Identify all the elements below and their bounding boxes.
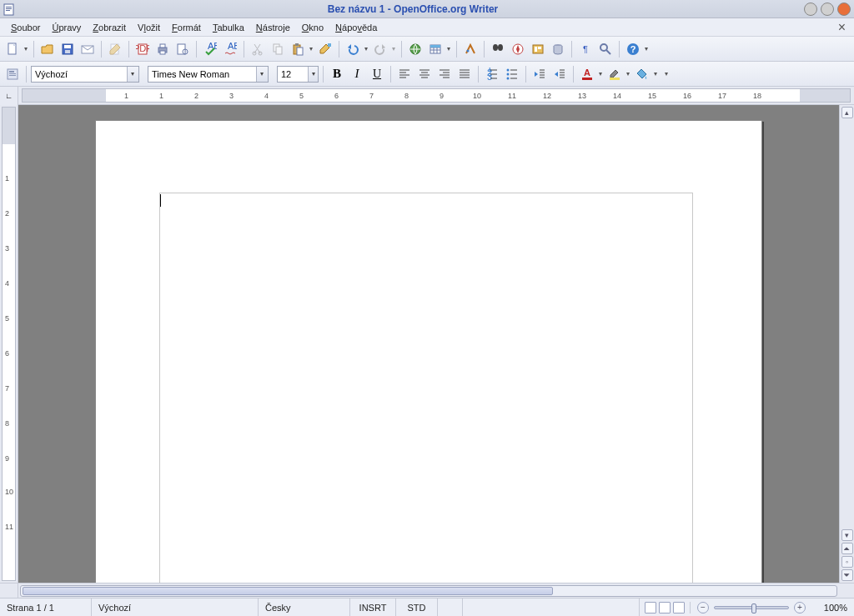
bold-button[interactable]: B xyxy=(328,65,346,83)
undo-button[interactable] xyxy=(344,40,362,58)
menu-nastroje[interactable]: Nástroje xyxy=(250,21,296,34)
hyperlink-button[interactable] xyxy=(406,40,424,58)
menu-upravy[interactable]: Úpravy xyxy=(46,21,87,34)
align-center-button[interactable] xyxy=(415,65,434,83)
menu-napoveda[interactable]: Nápověda xyxy=(329,21,383,34)
table-button[interactable] xyxy=(426,40,445,58)
font-color-dropdown[interactable]: ▾ xyxy=(596,70,604,78)
vertical-ruler[interactable]: 1 2 3 4 5 6 7 8 9 10 11 xyxy=(2,107,16,581)
multi-page-view-icon[interactable] xyxy=(659,602,671,613)
paragraph-style-dropdown[interactable]: ▾ xyxy=(127,67,138,82)
zoom-slider-thumb[interactable] xyxy=(751,603,756,613)
status-language[interactable]: Česky xyxy=(259,598,350,616)
horizontal-ruler[interactable]: 11 23 45 67 89 1011 1213 1415 1617 18 xyxy=(22,88,851,103)
highlight-dropdown[interactable]: ▾ xyxy=(624,70,631,78)
navigator-button[interactable] xyxy=(509,40,527,58)
close-window-button[interactable] xyxy=(837,3,851,16)
status-style[interactable]: Výchozí xyxy=(92,598,259,616)
font-size-combo[interactable]: ▾ xyxy=(277,66,319,83)
text-area[interactable] xyxy=(159,193,693,583)
justify-button[interactable] xyxy=(455,65,474,83)
save-button[interactable] xyxy=(58,40,77,58)
italic-button[interactable]: I xyxy=(348,65,366,83)
export-pdf-button[interactable]: PDF xyxy=(133,40,152,58)
open-button[interactable] xyxy=(38,40,57,58)
data-sources-button[interactable] xyxy=(549,40,567,58)
font-name-combo[interactable]: ▾ xyxy=(148,66,269,83)
new-dropdown[interactable]: ▾ xyxy=(22,45,29,53)
background-color-button[interactable] xyxy=(633,65,651,83)
menu-okno[interactable]: Okno xyxy=(296,21,329,34)
find-button[interactable] xyxy=(489,40,507,58)
highlight-button[interactable] xyxy=(605,65,624,83)
underline-button[interactable]: U xyxy=(368,65,386,83)
zoom-percent[interactable]: 100% xyxy=(812,598,854,616)
menu-format[interactable]: Formát xyxy=(166,21,207,34)
status-insert-mode[interactable]: INSRT xyxy=(350,598,396,616)
page[interactable] xyxy=(95,120,762,583)
numbered-list-button[interactable]: 123 xyxy=(483,65,501,83)
edit-file-button[interactable] xyxy=(106,40,124,58)
document-pane[interactable] xyxy=(18,105,839,583)
menu-soubor[interactable]: Soubor xyxy=(5,21,46,34)
background-color-dropdown[interactable]: ▾ xyxy=(651,70,659,78)
zoom-slider[interactable] xyxy=(714,606,789,609)
standard-toolbar: ▾ PDF ABC ABC ▾ ▾ ▾ ▾ ¶ ? ▾ xyxy=(0,37,854,62)
paragraph-style-input[interactable] xyxy=(32,67,127,82)
increase-indent-button[interactable] xyxy=(550,65,569,83)
horizontal-scroll-thumb[interactable] xyxy=(23,587,553,595)
status-selection-mode[interactable]: STD xyxy=(396,598,438,616)
paragraph-style-combo[interactable]: ▾ xyxy=(31,66,139,83)
gallery-button[interactable] xyxy=(529,40,547,58)
print-button[interactable] xyxy=(153,40,172,58)
table-dropdown[interactable]: ▾ xyxy=(445,45,452,53)
styles-window-button[interactable] xyxy=(3,65,22,83)
help-button[interactable]: ? xyxy=(624,40,642,58)
bullet-list-button[interactable] xyxy=(503,65,521,83)
font-color-button[interactable]: A xyxy=(578,65,596,83)
paste-dropdown[interactable]: ▾ xyxy=(307,45,314,53)
paste-button[interactable] xyxy=(289,40,307,58)
font-size-input[interactable] xyxy=(278,67,308,82)
formatting-marks-button[interactable]: ¶ xyxy=(576,40,595,58)
undo-dropdown[interactable]: ▾ xyxy=(362,45,369,53)
status-modified[interactable] xyxy=(438,598,463,616)
close-document-button[interactable]: × xyxy=(835,20,849,35)
copy-button[interactable] xyxy=(269,40,287,58)
redo-button[interactable] xyxy=(371,40,389,58)
menu-zobrazit[interactable]: Zobrazit xyxy=(87,21,132,34)
spellcheck-button[interactable]: ABC xyxy=(201,40,219,58)
navigation-button[interactable]: ◦ xyxy=(841,556,853,568)
font-name-input[interactable] xyxy=(148,67,256,82)
scroll-down-button[interactable]: ▾ xyxy=(841,529,853,541)
print-preview-button[interactable] xyxy=(173,40,192,58)
format-paintbrush-button[interactable] xyxy=(316,40,334,58)
minimize-button[interactable] xyxy=(804,3,817,16)
fmt-toolbar-overflow[interactable]: ▾ xyxy=(662,70,670,78)
next-page-button[interactable]: ⏷ xyxy=(841,569,853,581)
font-name-dropdown[interactable]: ▾ xyxy=(256,67,268,82)
book-view-icon[interactable] xyxy=(673,602,685,613)
scroll-up-button[interactable]: ▴ xyxy=(841,107,853,118)
redo-dropdown[interactable]: ▾ xyxy=(389,45,397,53)
drawing-button[interactable] xyxy=(461,40,480,58)
zoom-in-button[interactable]: + xyxy=(794,602,806,613)
cut-button[interactable] xyxy=(249,40,267,58)
horizontal-scrollbar[interactable] xyxy=(20,585,837,597)
auto-spellcheck-button[interactable]: ABC xyxy=(221,40,239,58)
menu-vlozit[interactable]: Vložit xyxy=(132,21,166,34)
new-button[interactable] xyxy=(3,40,22,58)
single-page-view-icon[interactable] xyxy=(645,602,656,613)
maximize-button[interactable] xyxy=(821,3,834,16)
align-left-button[interactable] xyxy=(395,65,414,83)
decrease-indent-button[interactable] xyxy=(530,65,549,83)
font-size-dropdown[interactable]: ▾ xyxy=(308,67,318,82)
prev-page-button[interactable]: ⏶ xyxy=(841,543,853,554)
align-right-button[interactable] xyxy=(435,65,454,83)
email-button[interactable] xyxy=(78,40,97,58)
zoom-out-button[interactable]: − xyxy=(697,602,709,613)
toolbar-overflow[interactable]: ▾ xyxy=(642,45,650,53)
menu-tabulka[interactable]: Tabulka xyxy=(207,21,250,34)
zoom-button[interactable] xyxy=(596,40,615,58)
status-page[interactable]: Strana 1 / 1 xyxy=(0,598,92,616)
